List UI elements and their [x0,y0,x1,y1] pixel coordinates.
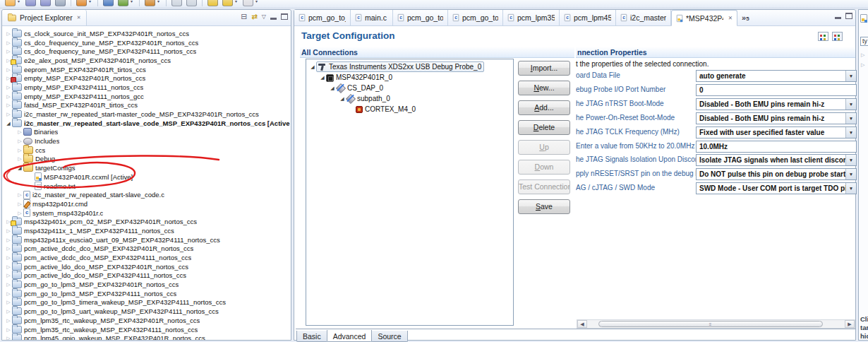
dropdown-arrow-icon[interactable]: ▾ [157,0,162,4]
chevron-down-icon[interactable]: ▼ [845,169,856,179]
property-dropdown[interactable]: Disabled - Both EMU pins remain hi-z▼ [696,98,857,110]
tree-arrow-icon[interactable]: ▷ [5,300,12,305]
tree-item[interactable]: ▷fatsd_MSP_EXP432P401R_tirtos_ccs [2,101,291,110]
connection-entry[interactable]: CORTEX_M4_0 [356,105,416,113]
tree-arrow-icon[interactable]: ▷ [16,211,23,216]
selected-connection[interactable]: Texas Instruments XDS2xx USB Debug Probe… [316,61,484,72]
save-button[interactable]: Save [518,199,570,214]
import-button[interactable]: Import... [518,61,570,76]
new-button[interactable]: New... [518,81,570,95]
scroll-left-icon[interactable]: ◀ [577,320,587,328]
tree-item[interactable]: ▷pcm_active_ldo_dco_MSP_EXP432P401R_nort… [2,262,291,271]
tree-item[interactable]: ▷Includes [2,136,291,146]
save-all-icon[interactable] [40,0,51,6]
form-columns-toggle-icon[interactable] [832,32,843,41]
disabled-a-icon[interactable] [171,0,182,6]
build-wand-icon[interactable] [76,0,87,6]
minimize-editor-icon[interactable] [835,13,841,19]
tree-arrow-icon[interactable]: ▷ [5,31,12,36]
tab-basic[interactable]: Basic [296,331,327,342]
property-dropdown[interactable]: Fixed with user specified faster value▼ [696,126,857,138]
tab-advanced[interactable]: Advanced [327,330,373,342]
run-config-icon[interactable] [145,0,155,6]
tree-item[interactable]: ▷eeprom_MSP_EXP432P401R_tirtos_ccs [2,65,291,74]
tree-arrow-icon[interactable]: ▷ [5,85,12,90]
dropdown-arrow-icon[interactable]: ▾ [89,0,94,4]
tree-arrow-icon[interactable]: ▷ [5,40,12,45]
chevron-down-icon[interactable]: ▼ [845,99,856,110]
tree-arrow-icon[interactable]: ◢ [16,165,23,170]
tree-arrow-icon[interactable]: ▷ [5,255,12,260]
tree-item[interactable]: ▷i2c_master_rw_repeated_start-master_cod… [2,110,291,119]
tree-item[interactable]: ▷system_msp432p401r.c [2,208,291,218]
search-icon[interactable] [103,0,114,6]
add-button[interactable]: Add... [518,100,570,115]
property-dropdown[interactable]: auto generate▼ [696,70,857,82]
tree-item[interactable]: MSP432P401R.ccxml [Active] [2,172,291,182]
save-icon[interactable] [25,0,36,6]
new-doc-icon[interactable] [5,0,16,6]
tree-arrow-icon[interactable]: ▷ [5,273,12,278]
tree-item[interactable]: ▷pcm_active_ldo_dco_MSP_EXP432P4111_nort… [2,271,291,281]
tree-item[interactable]: ▷pcm_go_to_lpm3_MSP_EXP432P4111_nortos_c… [2,289,291,298]
tree-item[interactable]: ▷Binaries [2,128,291,137]
tree-item[interactable]: ▷msp432p411x_euscia0_uart_09_MSP_EXP432P… [2,235,291,244]
tree-arrow-icon[interactable]: ▷ [5,327,12,332]
tree-arrow-icon[interactable]: ▷ [5,282,12,287]
editor-tab-active[interactable]: *MSP432P401...✕ [671,10,737,26]
tree-expand-icon[interactable]: ▷ [861,52,864,58]
tree-item[interactable]: ▷pcm_active_dcdc_dco_MSP_EXP432P401R_nor… [2,244,291,254]
tree-arrow-icon[interactable]: ▷ [5,336,12,340]
tree-item[interactable]: ◢i2c_master_rw_repeated_start-slave_code… [2,119,291,128]
tab-source[interactable]: Source [371,331,407,342]
connection-tree-item[interactable]: ◢MSP432P401R_0 [306,72,513,83]
scrollbar-thumb[interactable]: ≡ [598,321,823,327]
chevron-down-icon[interactable]: ▼ [845,183,856,194]
dropdown-arrow-icon[interactable]: ▾ [255,0,260,4]
dropdown-arrow-icon[interactable]: ▾ [131,0,135,4]
tree-item[interactable]: ▷pcm_go_to_lpm3_MSP_EXP432P401R_nortos_c… [2,280,291,289]
tree-arrow-icon[interactable]: ▷ [5,102,12,107]
dropdown-arrow-icon[interactable]: ▾ [18,0,23,4]
tree-item[interactable]: ▷cs_clock_source_init_MSP_EXP432P401R_no… [2,29,291,38]
connection-entry[interactable]: MSP432P401R_0 [326,73,392,82]
connection-entry[interactable]: subpath_0 [346,94,390,103]
tree-arrow-icon[interactable]: ▷ [16,192,23,197]
debug-config-icon[interactable] [118,0,128,6]
tree-item[interactable]: ▷empty_MSP_EXP432P4111_nortos_gcc [2,92,291,101]
tree-arrow-icon[interactable]: ▷ [5,228,12,233]
tree-arrow-icon[interactable]: ▷ [5,94,12,99]
tree-item[interactable]: ◢targetConfigs [2,163,291,172]
editor-tab[interactable]: pcm_lpm45_g... [560,10,616,25]
tree-arrow-icon[interactable]: ▷ [5,246,12,251]
property-input[interactable]: 10.0MHz [696,141,857,153]
back-icon[interactable] [207,0,218,6]
collapse-all-icon[interactable]: ⊟ [241,13,247,20]
tree-arrow-icon[interactable]: ▷ [5,264,12,269]
tree-item[interactable]: ▷pcm_lpm35_rtc_wakeup_MSP_EXP432P401R_no… [2,316,291,325]
editor-tab[interactable]: main.c [351,10,393,25]
property-input[interactable]: 0 [696,84,857,96]
tree-item[interactable]: ▷msp432p401x_pcm_02_MSP_EXP432P401R_nort… [2,217,291,226]
connection-tree-item[interactable]: ◢Texas Instruments XDS2xx USB Debug Prob… [306,61,513,72]
editor-tab[interactable]: pcm_lpm35_r... [503,10,560,25]
tree-item[interactable]: ▷pcm_lpm45_gpio_wakeup_MSP_EXP432P401R_n… [2,334,291,340]
tree-arrow-icon[interactable]: ▷ [5,237,12,242]
tree-arrow-icon[interactable]: ▷ [5,49,12,54]
chevron-down-icon[interactable]: ▼ [845,127,856,138]
tab-overflow-indicator[interactable]: »5 [737,10,754,25]
dropdown-arrow-icon[interactable]: ▾ [235,0,240,4]
tree-arrow-icon[interactable]: ▷ [16,148,23,153]
forward-icon[interactable] [243,0,253,6]
tree-item[interactable]: ▷pcm_active_dcdc_dco_MSP_EXP432P4111_nor… [2,253,291,262]
link-with-editor-icon[interactable]: ⇄ [251,13,257,20]
tree-expand-icon[interactable]: ▷ [861,62,864,68]
view-tab-close-icon[interactable]: ✕ [77,15,81,20]
tree-item[interactable]: ▷empty_MSP_EXP432P401R_nortos_ccs [2,73,291,83]
tree-arrow-icon[interactable]: ▷ [5,309,12,314]
tree-arrow-icon[interactable]: ▷ [5,67,12,72]
property-dropdown[interactable]: Disabled - Both EMU pins remain hi-z▼ [696,112,857,124]
tree-item[interactable]: ▷msp432p401r.cmd [2,199,291,208]
chevron-down-icon[interactable]: ▼ [845,155,856,165]
property-dropdown[interactable]: Do NOT pulse this pin on debug probe sta… [696,168,857,180]
